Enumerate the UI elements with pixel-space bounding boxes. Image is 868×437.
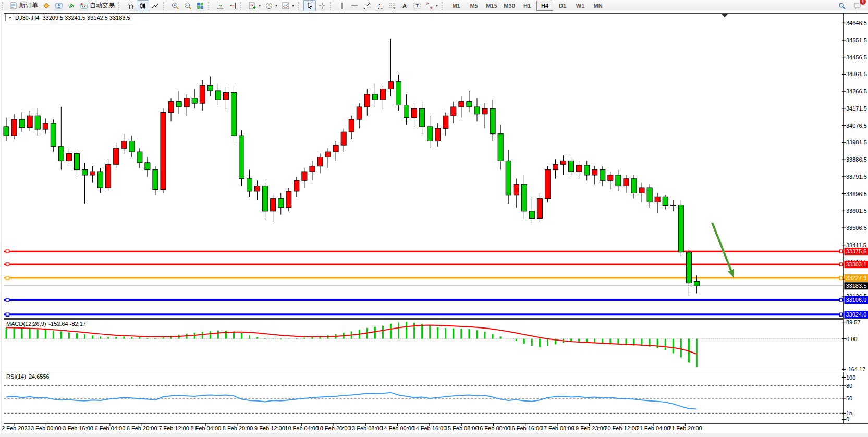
cursor-button[interactable] [303,0,316,11]
toolbar-grip[interactable] [2,2,5,10]
bear-candle [247,179,252,191]
trendline-button[interactable] [361,0,373,11]
main-toolbar: 新订单自动交易▾▾▾EFAT▾M1M5M15M30H1H4D1W1MN1 [0,0,868,11]
bull-candle [255,186,260,191]
svg-text:34361.5: 34361.5 [846,71,867,77]
text-button[interactable]: A [398,0,411,11]
fibonacci-button[interactable]: F [386,0,398,11]
bars-icon [126,2,135,10]
svg-text:33375.6: 33375.6 [846,248,867,254]
bull-candle [443,116,448,128]
line-handle[interactable] [840,250,843,253]
crosshair-button[interactable] [316,0,328,11]
timeframe-m15-button[interactable]: M15 [483,1,500,11]
indicators-button[interactable]: ▾ [246,0,263,11]
bull-candle [577,165,582,172]
bear-candle [129,141,135,152]
auto-scroll-button[interactable] [214,0,226,11]
new-order-button[interactable]: 新订单 [7,0,40,11]
line-handle[interactable] [840,313,843,316]
line-handle[interactable] [840,276,843,280]
terminal-button[interactable] [53,0,65,11]
timeframe-m30-button[interactable]: M30 [501,1,518,11]
notifications-button[interactable]: 1 [851,0,864,11]
toolbar-grip[interactable] [208,2,212,10]
bear-candle [498,134,503,161]
chart-shift-button[interactable] [226,0,239,11]
toolbar-grip[interactable] [330,2,334,10]
one-click-trading-expander-icon[interactable]: ▼ [8,16,12,19]
bear-candle [153,170,158,190]
timeframe-m5-button[interactable]: M5 [466,1,482,11]
search-button[interactable] [836,0,848,11]
timeframe-mn-button[interactable]: MN [590,1,606,11]
time-axis[interactable]: 2 Feb 20233 Feb 00:003 Feb 16:006 Feb 04… [2,424,702,432]
bull-candle [561,161,566,164]
bear-candle [569,161,574,172]
arrows-button[interactable]: ▾ [423,0,440,11]
bull-candle [66,154,71,161]
templates-button[interactable]: ▾ [279,0,296,11]
bear-candle [137,152,142,163]
bull-candle [341,132,346,145]
toolbar-grip[interactable] [240,2,244,10]
bear-candle [396,82,401,105]
line-handle[interactable] [840,298,843,301]
tile-icon [196,2,204,10]
svg-text:16 Feb 00:00: 16 Feb 00:00 [476,425,510,431]
text-label-button[interactable]: T [411,0,423,11]
line-handle[interactable] [6,313,9,316]
line-chart-button[interactable] [149,0,162,11]
metaeditor-button[interactable] [40,0,53,11]
timeframe-h1-button[interactable]: H1 [519,1,535,11]
bear-candle [82,170,88,175]
line-handle[interactable] [6,298,9,301]
bear-candle [427,127,433,141]
dropdown-arrow-icon[interactable]: ▾ [292,3,294,8]
timeframe-h4-button[interactable]: H4 [536,1,553,11]
candlestick-chart-button[interactable] [137,0,149,11]
line-handle[interactable] [6,276,9,280]
signals-button[interactable] [65,0,78,11]
line-handle[interactable] [6,250,9,253]
line-handle[interactable] [840,263,843,266]
linechart-icon [151,2,160,10]
svg-text:21 Feb 20:00: 21 Feb 20:00 [668,425,702,431]
zoom-out-button[interactable] [181,0,194,11]
vertical-line-button[interactable] [336,0,348,11]
label-icon: T [413,2,421,10]
price-axis[interactable]: 34646.534551.534456.534361.534266.534171… [842,20,867,316]
zoom-in-button[interactable] [169,0,181,11]
timeframe-m1-button[interactable]: M1 [448,1,464,11]
toolbar-grip[interactable] [118,2,122,10]
zoomout-icon [184,2,192,10]
toolbar-grip[interactable] [163,2,167,10]
svg-text:10 Feb 20:00: 10 Feb 20:00 [317,425,351,431]
toolbar-grip[interactable] [442,2,445,10]
bull-candle [608,175,613,180]
svg-text:7 Feb 12:00: 7 Feb 12:00 [158,425,189,431]
dropdown-arrow-icon[interactable]: ▾ [436,3,438,8]
bull-candle [114,148,119,164]
bull-candle [223,92,228,100]
svg-text:50: 50 [846,395,852,402]
dropdown-arrow-icon[interactable]: ▾ [259,3,261,8]
dropdown-arrow-icon[interactable]: ▾ [275,3,277,8]
autotrading-button[interactable]: 自动交易 [78,0,117,11]
timeframe-d1-button[interactable]: D1 [554,1,571,11]
crosshair-icon [318,2,326,10]
svg-text:6 Feb 20:00: 6 Feb 20:00 [127,425,157,431]
timeframe-w1-button[interactable]: W1 [572,1,589,11]
bar-chart-button[interactable] [124,0,137,11]
bear-candle [176,102,181,107]
periods-button[interactable]: ▾ [263,0,279,11]
svg-text:34171.5: 34171.5 [846,105,867,112]
toolbar-grip[interactable] [298,2,301,10]
tile-windows-button[interactable] [194,0,206,11]
line-handle[interactable] [6,263,9,266]
channel-icon: E [375,2,384,10]
equidistant-channel-button[interactable]: E [373,0,386,11]
bull-candle [106,164,111,188]
horizontal-line-button[interactable] [348,0,361,11]
vline-icon [338,2,346,10]
